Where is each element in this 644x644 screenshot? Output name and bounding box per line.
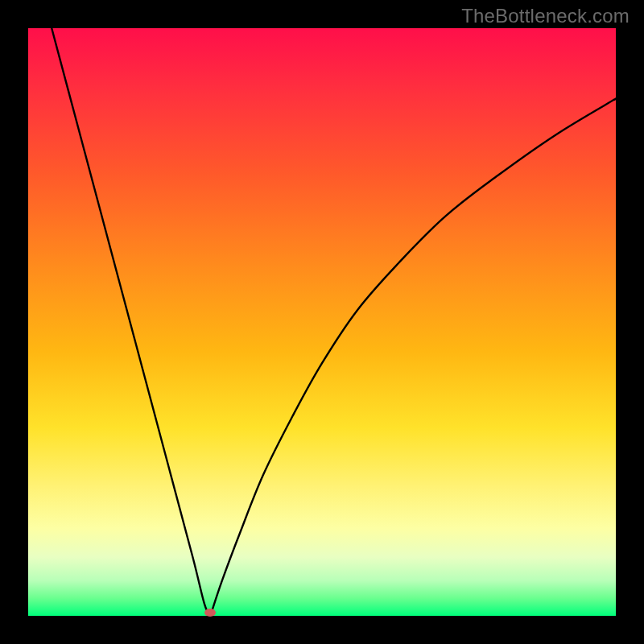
curve-left-branch	[52, 28, 210, 616]
curve-right-branch	[210, 99, 616, 616]
watermark-text: TheBottleneck.com	[461, 5, 630, 27]
plot-area	[28, 28, 616, 616]
curve-svg	[28, 28, 616, 616]
min-point-marker	[204, 609, 216, 617]
chart-frame: TheBottleneck.com	[0, 0, 644, 644]
